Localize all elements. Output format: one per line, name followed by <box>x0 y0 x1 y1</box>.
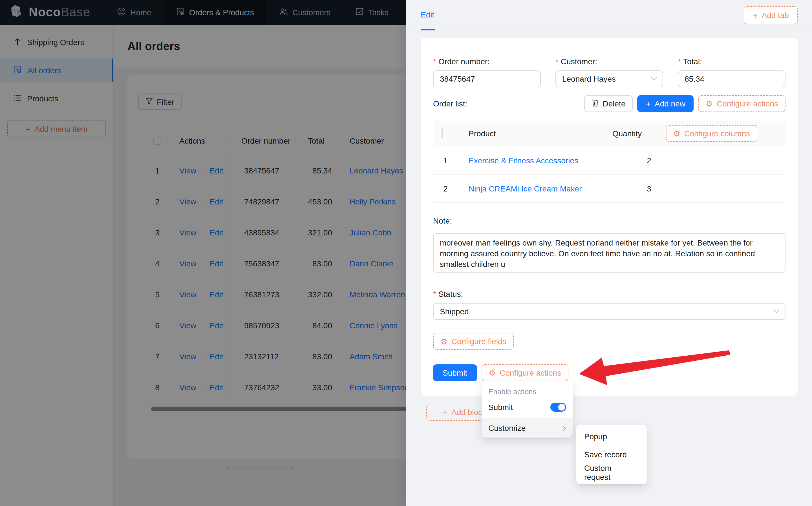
product-link[interactable]: Ninja CREAMi Ice Cream Maker <box>469 184 582 193</box>
trash-icon <box>592 99 599 108</box>
subtable-quantity: 2 <box>602 156 681 165</box>
plus-icon: + <box>443 408 448 416</box>
total-label: Total: <box>683 57 702 66</box>
configure-columns-label: Configure columns <box>684 129 750 138</box>
col-header-product: Product <box>458 129 602 138</box>
gear-icon: ⚙ <box>441 337 448 345</box>
plus-icon: + <box>646 99 651 108</box>
subtable-quantity: 3 <box>602 184 681 193</box>
delete-button[interactable]: Delete <box>584 95 633 112</box>
configure-actions-label: Configure actions <box>499 368 561 377</box>
drawer-tab-bar: Edit + Add tab <box>406 0 812 30</box>
chevron-down-icon <box>773 307 780 313</box>
chevron-down-icon <box>651 74 658 81</box>
subtable-row-index: 1 <box>433 156 458 165</box>
customer-select[interactable]: Leonard Hayes <box>555 70 663 87</box>
field-total: *Total: 85.34 <box>678 57 786 87</box>
tab-ink-bar <box>421 29 435 30</box>
submit-button[interactable]: Submit <box>433 364 477 381</box>
order-number-label: Order number: <box>438 57 490 66</box>
subtable-row: 2 Ninja CREAMi Ice Cream Maker 3 <box>433 175 786 203</box>
configure-actions-dropdown: Enable actions Submit Customize <box>482 381 573 438</box>
screen: NocoBase Home Orders & Products <box>0 0 812 506</box>
total-input[interactable]: 85.34 <box>678 70 786 87</box>
add-tab-label: Add tab <box>761 11 789 20</box>
plus-icon: + <box>753 11 758 19</box>
subtable-row: 1 Exercise & Fitness Accessories 2 <box>433 147 786 175</box>
subtable-header: Product Quantity ⚙ Configure columns <box>433 121 786 147</box>
required-asterisk: * <box>433 289 436 299</box>
gear-icon: ⚙ <box>673 130 680 138</box>
order-list-label: Order list: <box>433 99 467 108</box>
form-footer-actions: Submit ⚙ Configure actions <box>433 364 786 381</box>
delete-label: Delete <box>603 99 626 108</box>
subtable-body: 1 Exercise & Fitness Accessories 2 2 Nin… <box>433 147 786 203</box>
required-asterisk: * <box>433 57 436 66</box>
add-new-button[interactable]: + Add new <box>637 95 694 112</box>
gear-icon: ⚙ <box>706 100 713 107</box>
status-label: *Status: <box>433 289 786 300</box>
tab-edit[interactable]: Edit <box>421 10 434 19</box>
submit-label: Submit <box>443 368 467 377</box>
dropdown-submit-label: Submit <box>488 403 513 412</box>
edit-form-card: *Order number: 38475647 *Customer: Leona… <box>421 38 798 396</box>
product-link[interactable]: Exercise & Fitness Accessories <box>469 156 578 165</box>
note-label: Note: <box>433 216 786 226</box>
customer-label: Customer: <box>561 57 597 66</box>
submenu-item[interactable]: Save record <box>579 445 645 463</box>
required-asterisk: * <box>555 57 558 66</box>
subtable-select-all-checkbox[interactable] <box>442 129 443 139</box>
submenu-item[interactable]: Custom request <box>579 463 645 482</box>
order-list-toolbar: Order list: Delete + Add new ⚙ Configure… <box>433 95 786 112</box>
status-select[interactable]: Shipped <box>433 303 786 320</box>
add-block-label: Add block <box>452 408 486 417</box>
dropdown-group-header: Enable actions <box>482 384 573 398</box>
subtable-product: Ninja CREAMi Ice Cream Maker <box>458 184 602 193</box>
subtable-row-index: 2 <box>433 184 458 193</box>
configure-fields-button[interactable]: ⚙ Configure fields <box>433 333 514 350</box>
order-number-input[interactable]: 38475647 <box>433 70 541 87</box>
toggle-knob <box>558 404 565 411</box>
required-asterisk: * <box>678 57 681 66</box>
add-new-label: Add new <box>655 99 685 108</box>
submenu-item[interactable]: Popup <box>579 427 645 445</box>
add-tab-button[interactable]: + Add tab <box>744 6 798 24</box>
dropdown-item-submit[interactable]: Submit <box>482 398 573 416</box>
subtable-product: Exercise & Fitness Accessories <box>458 156 602 165</box>
dropdown-item-customize[interactable]: Customize <box>482 419 573 438</box>
chevron-right-icon <box>560 425 566 431</box>
configure-actions-button-footer[interactable]: ⚙ Configure actions <box>481 364 568 381</box>
customize-submenu: Popup Save record Custom request <box>576 425 647 484</box>
configure-columns-button[interactable]: ⚙ Configure columns <box>666 125 757 142</box>
order-list-subtable: Product Quantity ⚙ Configure columns 1 E… <box>433 121 786 203</box>
gear-icon: ⚙ <box>489 369 496 377</box>
configure-actions-button-orderlist[interactable]: ⚙ Configure actions <box>698 95 786 112</box>
configure-fields-label: Configure fields <box>452 337 506 346</box>
customize-label: Customize <box>488 423 526 432</box>
field-order-number: *Order number: 38475647 <box>433 57 541 87</box>
field-customer: *Customer: Leonard Hayes <box>555 57 663 87</box>
configure-actions-label: Configure actions <box>717 99 778 108</box>
submit-toggle[interactable] <box>550 403 566 412</box>
note-textarea[interactable]: moreover man feelings own shy. Request n… <box>433 233 786 272</box>
